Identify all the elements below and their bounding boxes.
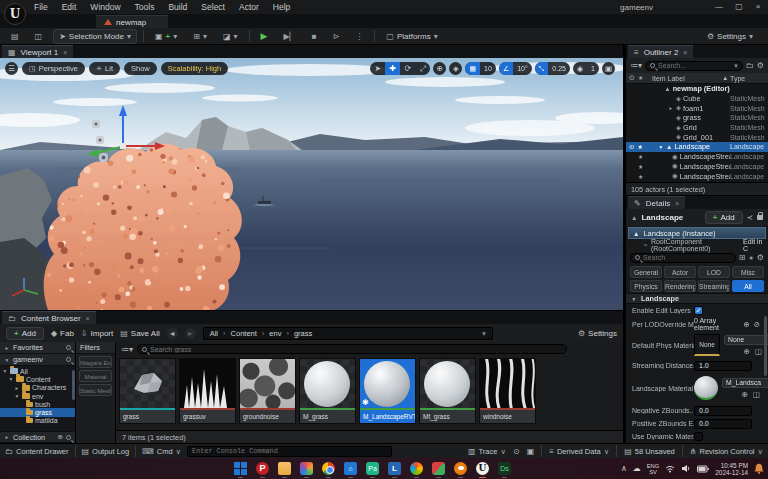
tree-scrollbar[interactable] [72, 370, 75, 400]
details-tab[interactable]: ✎ Details × [628, 196, 685, 209]
viewport-tab[interactable]: ▦ Viewport 1 × [2, 45, 73, 58]
unsaved-button[interactable]: ▤58 Unsaved [624, 447, 675, 456]
menu-window[interactable]: Window [90, 2, 120, 12]
move-tool-icon[interactable]: ✚ [385, 62, 400, 75]
frame-skip-button[interactable]: ▶▏ [278, 30, 300, 43]
outliner-row[interactable]: ◈grassStaticMesh [626, 113, 768, 123]
close-icon[interactable]: × [683, 49, 687, 56]
perspective-button[interactable]: ◳Perspective [22, 62, 85, 75]
filter-physics[interactable]: Physics [630, 280, 662, 292]
rotate-tool-icon[interactable]: ⟳ [400, 62, 415, 75]
app-cube-icon[interactable] [432, 462, 445, 475]
edit-in-cpp-link[interactable]: Edit in C [743, 238, 764, 252]
enable-edit-layers-checkbox[interactable]: ✓ [694, 306, 703, 315]
close-button[interactable]: × [753, 2, 763, 12]
outliner-world-row[interactable]: ▲ newmap (Editor) [626, 84, 768, 94]
unreal-logo[interactable]: U [4, 3, 26, 25]
viewport-options-icon[interactable]: ☰ [5, 62, 18, 75]
camera-speed-control[interactable]: ◉ 1 [573, 62, 599, 75]
revision-control-dropdown[interactable]: ⋔Revision Control∨ [690, 447, 763, 456]
tree-item-content[interactable]: ▾Content [0, 375, 75, 383]
screenshot-icon[interactable]: ▣ [527, 447, 535, 456]
asset-tile-mt-grass[interactable]: Mt_grass [419, 358, 476, 424]
menu-file[interactable]: File [34, 2, 48, 12]
file-explorer-icon[interactable] [278, 462, 291, 475]
cb-filter-funnel-icon[interactable]: ≔▾ [121, 345, 133, 354]
landscape-material-dropdown[interactable]: M_Landsca▾ [722, 378, 768, 388]
onedrive-cloud-icon[interactable]: ☁ [633, 464, 641, 473]
blender-icon[interactable] [454, 462, 467, 475]
use-selected-icon[interactable]: ⊕ [742, 390, 748, 399]
menu-help[interactable]: Help [273, 2, 290, 12]
photos-icon[interactable] [410, 462, 423, 475]
import-button[interactable]: ⇩Import [81, 329, 113, 338]
collection-header[interactable]: ▸Collection ⊕ [0, 431, 75, 443]
cinematics-button[interactable]: ◪▾ [218, 30, 243, 43]
browse-levels-button[interactable]: ◫ [30, 30, 48, 43]
language-indicator[interactable]: ENGSV [647, 463, 660, 475]
grid-snap-control[interactable]: ▦ 10 [465, 62, 495, 75]
output-log-button[interactable]: ▤Output Log [82, 447, 130, 456]
favorites-star-icon[interactable]: ★ [748, 254, 753, 261]
save-level-button[interactable]: ▤ [6, 30, 24, 43]
close-icon[interactable]: × [86, 315, 90, 322]
delete-array-icon[interactable]: ⊘ [754, 320, 760, 329]
show-button[interactable]: Show [124, 62, 157, 75]
root-component-row[interactable]: ⌁ RootComponent (RootComponent0) Edit in… [626, 239, 768, 250]
selection-mode-dropdown[interactable]: ➤ Selection Mode▾ [53, 29, 137, 44]
bug-report-icon[interactable]: ⊙ [513, 447, 520, 456]
add-array-element-icon[interactable]: ⊕ [743, 320, 749, 329]
phys-material-dropdown[interactable]: None▾ [724, 335, 768, 345]
tree-item-matilda[interactable]: matilda [0, 417, 75, 425]
outliner-search[interactable]: ▾ [645, 61, 743, 71]
blueprint-convert-icon[interactable]: ≺ [747, 213, 753, 222]
filter-niagara[interactable]: Niagara Emi [79, 356, 112, 368]
back-button[interactable]: ◄ [167, 328, 178, 339]
outliner-row[interactable]: ★◉LandscapeStreamiLandscape [626, 162, 768, 172]
visibility-column-icon[interactable]: ⊙ [629, 74, 635, 82]
scale-tool-icon[interactable]: ⤢ [415, 62, 430, 75]
stop-button[interactable]: ■ [307, 30, 322, 43]
derived-data-dropdown[interactable]: ≡Derived Data∨ [549, 447, 609, 456]
play-options-kebab[interactable]: ⋮ [350, 30, 368, 43]
blueprints-button[interactable]: ⊞▾ [188, 30, 212, 43]
filter-general[interactable]: General [630, 266, 662, 278]
tree-item-characters[interactable]: ▸Characters [0, 384, 75, 392]
wifi-icon[interactable] [665, 464, 675, 473]
microsoft-store-icon[interactable]: ⌂ [344, 462, 357, 475]
maximize-viewport-icon[interactable]: ▣ [602, 62, 615, 75]
filter-all[interactable]: All [732, 280, 764, 292]
rotation-snap-control[interactable]: ∠ 10° [499, 62, 532, 75]
content-browser-tab[interactable]: 🗀 Content Browser × [2, 311, 96, 324]
breadcrumb[interactable]: All› Content› env› grass ▾ [203, 327, 493, 340]
menu-select[interactable]: Select [201, 2, 225, 12]
outliner-settings-gear-icon[interactable]: ⚙ [757, 61, 764, 70]
close-icon[interactable]: × [63, 49, 67, 56]
viewport-canvas[interactable]: ☰ ◳Perspective ☀Lit Show Scalability: Hi… [0, 58, 623, 310]
clock[interactable]: 10:45 PM2024-12-14 [715, 462, 748, 476]
app-pa-icon[interactable]: Pa [366, 462, 379, 475]
settings-dropdown[interactable]: ⚙Settings▾ [702, 30, 758, 43]
add-component-button[interactable]: +Add [705, 211, 743, 224]
asset-tile-m-grass[interactable]: M_grass [299, 358, 356, 424]
app-l-icon[interactable]: L [388, 462, 401, 475]
add-collection-icon[interactable]: ⊕ [58, 433, 63, 441]
pinned-column-icon[interactable]: ★ [638, 74, 643, 82]
breadcrumb-content[interactable]: Content [231, 329, 257, 338]
hidden-icons-chevron[interactable]: ∧ [621, 464, 627, 473]
lock-icon[interactable] [757, 215, 763, 220]
select-tool-icon[interactable]: ➤ [370, 62, 385, 75]
display-grid-icon[interactable]: ⊞ [739, 253, 746, 262]
add-actor-button[interactable]: ▣+▾ [150, 30, 182, 43]
outliner-column-headers[interactable]: ⊙ ★ Item Label▴ Type [626, 73, 768, 84]
launch-button[interactable]: ⊳ [328, 30, 345, 43]
filter-misc[interactable]: Misc [732, 266, 764, 278]
save-all-button[interactable]: ▤Save All [120, 329, 159, 338]
scale-snap-control[interactable]: ⤡ 0.25 [535, 62, 570, 75]
app-ds-icon[interactable]: Ds [498, 462, 511, 475]
surface-snap-icon[interactable]: ◈ [449, 62, 462, 75]
app-swirl-icon[interactable] [300, 462, 313, 475]
outliner-row[interactable]: ★◉LandscapeStreamiLandscape [626, 171, 768, 181]
folder-new-icon[interactable]: 🗀 [746, 61, 754, 70]
cmd-dropdown[interactable]: ⌨Cmd∨ [142, 447, 181, 456]
